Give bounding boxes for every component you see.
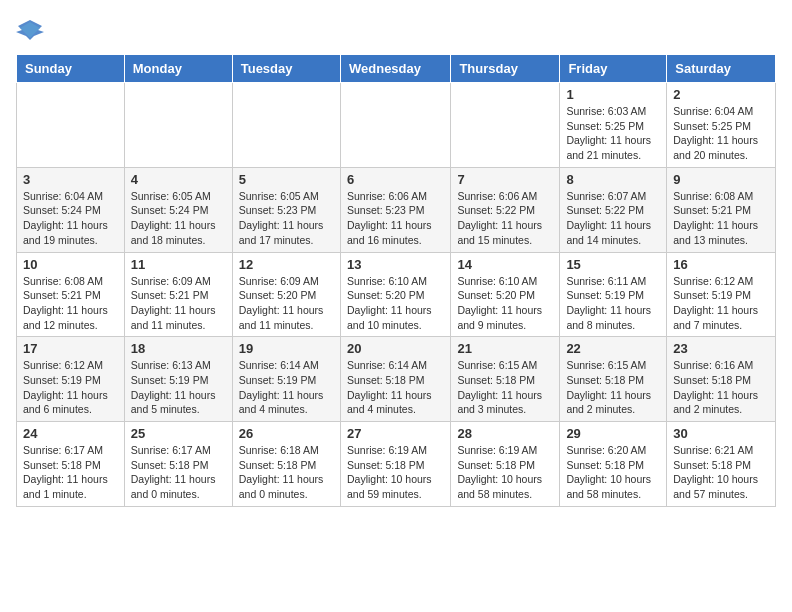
calendar-header-monday: Monday: [124, 55, 232, 83]
day-number: 20: [347, 341, 444, 356]
calendar-cell: 25Sunrise: 6:17 AMSunset: 5:18 PMDayligh…: [124, 422, 232, 507]
calendar-cell: 14Sunrise: 6:10 AMSunset: 5:20 PMDayligh…: [451, 252, 560, 337]
day-info: Sunrise: 6:17 AMSunset: 5:18 PMDaylight:…: [131, 443, 226, 502]
day-info: Sunrise: 6:18 AMSunset: 5:18 PMDaylight:…: [239, 443, 334, 502]
day-info: Sunrise: 6:17 AMSunset: 5:18 PMDaylight:…: [23, 443, 118, 502]
calendar-cell: 13Sunrise: 6:10 AMSunset: 5:20 PMDayligh…: [340, 252, 450, 337]
calendar-header-row: SundayMondayTuesdayWednesdayThursdayFrid…: [17, 55, 776, 83]
calendar-cell: 29Sunrise: 6:20 AMSunset: 5:18 PMDayligh…: [560, 422, 667, 507]
calendar-cell: 19Sunrise: 6:14 AMSunset: 5:19 PMDayligh…: [232, 337, 340, 422]
day-number: 27: [347, 426, 444, 441]
calendar-header-friday: Friday: [560, 55, 667, 83]
logo-icon: [16, 16, 44, 44]
day-info: Sunrise: 6:07 AMSunset: 5:22 PMDaylight:…: [566, 189, 660, 248]
page-header: [16, 16, 776, 44]
calendar-cell: 20Sunrise: 6:14 AMSunset: 5:18 PMDayligh…: [340, 337, 450, 422]
calendar-header-thursday: Thursday: [451, 55, 560, 83]
calendar-table: SundayMondayTuesdayWednesdayThursdayFrid…: [16, 54, 776, 507]
day-number: 12: [239, 257, 334, 272]
calendar-cell: 12Sunrise: 6:09 AMSunset: 5:20 PMDayligh…: [232, 252, 340, 337]
day-info: Sunrise: 6:12 AMSunset: 5:19 PMDaylight:…: [673, 274, 769, 333]
calendar-cell: 5Sunrise: 6:05 AMSunset: 5:23 PMDaylight…: [232, 167, 340, 252]
day-number: 11: [131, 257, 226, 272]
day-info: Sunrise: 6:09 AMSunset: 5:21 PMDaylight:…: [131, 274, 226, 333]
day-info: Sunrise: 6:14 AMSunset: 5:18 PMDaylight:…: [347, 358, 444, 417]
day-number: 7: [457, 172, 553, 187]
calendar-cell: 30Sunrise: 6:21 AMSunset: 5:18 PMDayligh…: [667, 422, 776, 507]
day-info: Sunrise: 6:15 AMSunset: 5:18 PMDaylight:…: [457, 358, 553, 417]
calendar-cell: 4Sunrise: 6:05 AMSunset: 5:24 PMDaylight…: [124, 167, 232, 252]
calendar-cell: 18Sunrise: 6:13 AMSunset: 5:19 PMDayligh…: [124, 337, 232, 422]
day-number: 30: [673, 426, 769, 441]
calendar-cell: 7Sunrise: 6:06 AMSunset: 5:22 PMDaylight…: [451, 167, 560, 252]
day-number: 17: [23, 341, 118, 356]
day-info: Sunrise: 6:15 AMSunset: 5:18 PMDaylight:…: [566, 358, 660, 417]
day-info: Sunrise: 6:20 AMSunset: 5:18 PMDaylight:…: [566, 443, 660, 502]
day-number: 10: [23, 257, 118, 272]
logo: [16, 16, 48, 44]
day-info: Sunrise: 6:12 AMSunset: 5:19 PMDaylight:…: [23, 358, 118, 417]
day-info: Sunrise: 6:08 AMSunset: 5:21 PMDaylight:…: [673, 189, 769, 248]
calendar-cell: 8Sunrise: 6:07 AMSunset: 5:22 PMDaylight…: [560, 167, 667, 252]
day-info: Sunrise: 6:06 AMSunset: 5:22 PMDaylight:…: [457, 189, 553, 248]
calendar-cell: 3Sunrise: 6:04 AMSunset: 5:24 PMDaylight…: [17, 167, 125, 252]
calendar-header-sunday: Sunday: [17, 55, 125, 83]
calendar-header-tuesday: Tuesday: [232, 55, 340, 83]
calendar-cell: [232, 83, 340, 168]
calendar-cell: 22Sunrise: 6:15 AMSunset: 5:18 PMDayligh…: [560, 337, 667, 422]
calendar-cell: 27Sunrise: 6:19 AMSunset: 5:18 PMDayligh…: [340, 422, 450, 507]
calendar-cell: 28Sunrise: 6:19 AMSunset: 5:18 PMDayligh…: [451, 422, 560, 507]
day-info: Sunrise: 6:14 AMSunset: 5:19 PMDaylight:…: [239, 358, 334, 417]
day-number: 6: [347, 172, 444, 187]
calendar-cell: 24Sunrise: 6:17 AMSunset: 5:18 PMDayligh…: [17, 422, 125, 507]
day-number: 25: [131, 426, 226, 441]
day-number: 19: [239, 341, 334, 356]
day-number: 1: [566, 87, 660, 102]
day-number: 8: [566, 172, 660, 187]
day-number: 22: [566, 341, 660, 356]
day-number: 24: [23, 426, 118, 441]
calendar-cell: [124, 83, 232, 168]
day-info: Sunrise: 6:16 AMSunset: 5:18 PMDaylight:…: [673, 358, 769, 417]
calendar-cell: 15Sunrise: 6:11 AMSunset: 5:19 PMDayligh…: [560, 252, 667, 337]
day-number: 9: [673, 172, 769, 187]
day-info: Sunrise: 6:06 AMSunset: 5:23 PMDaylight:…: [347, 189, 444, 248]
calendar-cell: 23Sunrise: 6:16 AMSunset: 5:18 PMDayligh…: [667, 337, 776, 422]
day-number: 13: [347, 257, 444, 272]
day-info: Sunrise: 6:11 AMSunset: 5:19 PMDaylight:…: [566, 274, 660, 333]
day-info: Sunrise: 6:21 AMSunset: 5:18 PMDaylight:…: [673, 443, 769, 502]
calendar-cell: 2Sunrise: 6:04 AMSunset: 5:25 PMDaylight…: [667, 83, 776, 168]
calendar-week-2: 3Sunrise: 6:04 AMSunset: 5:24 PMDaylight…: [17, 167, 776, 252]
calendar-cell: [451, 83, 560, 168]
calendar-header-saturday: Saturday: [667, 55, 776, 83]
day-number: 15: [566, 257, 660, 272]
day-number: 26: [239, 426, 334, 441]
calendar-cell: [340, 83, 450, 168]
calendar-cell: 1Sunrise: 6:03 AMSunset: 5:25 PMDaylight…: [560, 83, 667, 168]
day-number: 16: [673, 257, 769, 272]
calendar-cell: 21Sunrise: 6:15 AMSunset: 5:18 PMDayligh…: [451, 337, 560, 422]
day-number: 29: [566, 426, 660, 441]
day-number: 21: [457, 341, 553, 356]
calendar-cell: 26Sunrise: 6:18 AMSunset: 5:18 PMDayligh…: [232, 422, 340, 507]
calendar-cell: 6Sunrise: 6:06 AMSunset: 5:23 PMDaylight…: [340, 167, 450, 252]
calendar-header-wednesday: Wednesday: [340, 55, 450, 83]
calendar-cell: 10Sunrise: 6:08 AMSunset: 5:21 PMDayligh…: [17, 252, 125, 337]
day-info: Sunrise: 6:04 AMSunset: 5:24 PMDaylight:…: [23, 189, 118, 248]
day-info: Sunrise: 6:13 AMSunset: 5:19 PMDaylight:…: [131, 358, 226, 417]
day-info: Sunrise: 6:05 AMSunset: 5:23 PMDaylight:…: [239, 189, 334, 248]
day-number: 5: [239, 172, 334, 187]
day-number: 28: [457, 426, 553, 441]
day-number: 3: [23, 172, 118, 187]
calendar-cell: [17, 83, 125, 168]
calendar-week-1: 1Sunrise: 6:03 AMSunset: 5:25 PMDaylight…: [17, 83, 776, 168]
day-info: Sunrise: 6:03 AMSunset: 5:25 PMDaylight:…: [566, 104, 660, 163]
day-info: Sunrise: 6:19 AMSunset: 5:18 PMDaylight:…: [347, 443, 444, 502]
day-number: 23: [673, 341, 769, 356]
day-number: 14: [457, 257, 553, 272]
calendar-week-5: 24Sunrise: 6:17 AMSunset: 5:18 PMDayligh…: [17, 422, 776, 507]
day-info: Sunrise: 6:05 AMSunset: 5:24 PMDaylight:…: [131, 189, 226, 248]
day-info: Sunrise: 6:10 AMSunset: 5:20 PMDaylight:…: [347, 274, 444, 333]
calendar-week-4: 17Sunrise: 6:12 AMSunset: 5:19 PMDayligh…: [17, 337, 776, 422]
day-number: 4: [131, 172, 226, 187]
